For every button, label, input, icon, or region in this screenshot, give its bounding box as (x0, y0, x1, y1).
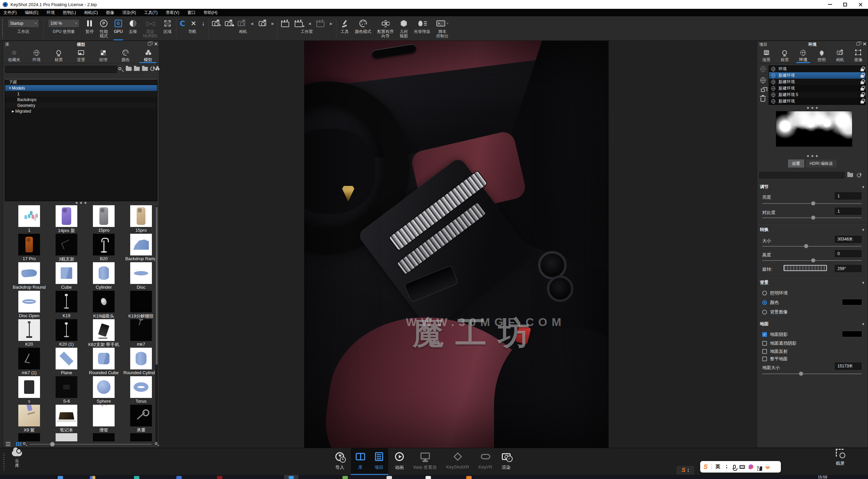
collapse-icon[interactable]: ▼ (862, 228, 865, 232)
tab-scene[interactable]: 场景 (757, 48, 775, 63)
menu-image[interactable]: 图像 (106, 10, 114, 16)
add-environment-icon[interactable] (760, 77, 766, 83)
menu-view[interactable]: 查看(V) (166, 10, 179, 16)
menu-edit[interactable]: 编辑(E) (25, 10, 38, 16)
tools-button[interactable]: 工具 (338, 16, 352, 40)
next-studio-icon[interactable]: ▶ (330, 22, 333, 25)
contrast-slider[interactable] (762, 215, 862, 220)
keyvr-button[interactable]: KeyVR (474, 448, 497, 475)
color-mode-button[interactable]: 颜色模式 (352, 16, 374, 40)
model-item[interactable]: Rounded Cylinder (122, 348, 155, 376)
size-value[interactable]: 30346米 (835, 236, 862, 243)
environment-list-item[interactable]: 新建环境 5 (769, 92, 865, 98)
tab-favorites[interactable]: ☆收藏夹 (3, 48, 25, 63)
unlock-icon[interactable] (861, 88, 864, 91)
menu-render[interactable]: 渲染(R) (122, 10, 136, 16)
model-item[interactable]: 15pro (122, 205, 155, 234)
library-scrollbar[interactable] (155, 206, 158, 441)
render-nurbs-button[interactable]: ▷◁ 渲染NURBS (140, 16, 160, 40)
environment-list-item[interactable]: 新建环境 (769, 79, 865, 85)
ground-shadow-color-swatch[interactable] (842, 331, 862, 337)
reload-icon[interactable] (856, 172, 862, 178)
list-view-icon[interactable] (6, 442, 11, 443)
hdri-preview[interactable] (776, 111, 852, 147)
environment-list-item[interactable]: 新建环境 (769, 85, 865, 92)
environment-icon[interactable] (760, 66, 766, 72)
ime-punctuation-icon[interactable]: ； (724, 463, 729, 470)
cloud-library-button[interactable]: 云库 (9, 450, 24, 468)
add-studio-icon[interactable]: + (295, 22, 303, 27)
script-console-button[interactable]: >_˅ 脚本控制台 (433, 16, 452, 40)
taskbar-app-icon[interactable] (217, 476, 222, 479)
model-item[interactable]: 承重 (122, 405, 155, 433)
performance-mode-button[interactable]: P 性能模式 (97, 16, 111, 40)
model-item[interactable]: mk7 (1) (11, 348, 48, 376)
tree-row-downloads[interactable]: 下载 (5, 79, 157, 85)
model-item[interactable]: Rounded Cube (85, 348, 122, 376)
brightness-slider[interactable] (762, 201, 862, 206)
export-folder-icon[interactable]: → (142, 67, 148, 71)
model-item[interactable]: K62支架 带手机 (85, 319, 122, 348)
render-image[interactable]: 魔工坊 WWW.30MGF.COM (304, 41, 609, 448)
height-slider[interactable] (762, 258, 862, 263)
zoom-out-icon[interactable] (23, 442, 25, 445)
model-item[interactable]: Backdrop Round (11, 262, 48, 291)
tree-row-geometry[interactable]: Geometry (5, 102, 157, 108)
keyshot-xr-button[interactable]: KeyShotXR (441, 448, 474, 475)
taskbar-app-icon[interactable] (342, 476, 348, 479)
maximize-button[interactable] (837, 0, 853, 9)
tree-row-backdrops[interactable]: Backdrops (5, 97, 157, 102)
taskbar-app-icon[interactable] (387, 476, 392, 479)
taskbar-app-icon[interactable] (466, 476, 472, 479)
radio-lighting-environment[interactable]: 照明环境 (762, 290, 788, 296)
import-folder-icon[interactable]: ← (134, 67, 140, 71)
environment-path-input[interactable] (759, 172, 845, 178)
model-item[interactable]: S-6 (48, 376, 85, 405)
render-button[interactable]: 渲染 (497, 448, 515, 475)
hdri-editor-button[interactable]: HDRI 编辑器 (805, 159, 837, 168)
model-item[interactable]: K19磁吸头 (85, 291, 122, 319)
dock-drag-handle[interactable] (3, 452, 5, 471)
configurator-wizard-button[interactable]: 配置程序向导 (374, 16, 397, 40)
screenshot-tool[interactable]: 截屏 (830, 449, 850, 466)
model-item[interactable]: Disc Open (11, 291, 48, 319)
taskbar-app-icon[interactable] (90, 476, 95, 479)
slider-thumb[interactable] (811, 201, 815, 206)
animation-button[interactable]: 动画 (390, 448, 409, 475)
collapse-icon[interactable]: ▼ (862, 185, 865, 189)
rotation-dial[interactable] (784, 265, 827, 271)
model-item[interactable] (85, 433, 122, 441)
minimize-button[interactable] (822, 0, 837, 9)
refresh-icon[interactable] (149, 65, 155, 72)
library-toggle-button[interactable]: 库 (351, 448, 370, 475)
environment-list-item[interactable]: 新建环境 (769, 98, 865, 104)
region-button[interactable]: 区域 (160, 16, 175, 40)
toolbar-drag-handle[interactable] (1, 18, 3, 38)
checkbox-ground-shadow[interactable]: ✓地面阴影 (762, 331, 788, 338)
add-camera-icon[interactable]: + (212, 21, 219, 26)
close-panel-icon[interactable] (154, 42, 158, 46)
taskbar-active-app[interactable] (284, 475, 298, 479)
tab-backplates[interactable]: 背景 (70, 48, 92, 63)
float-panel-icon[interactable] (148, 42, 151, 45)
scrollbar-thumb[interactable] (156, 207, 158, 365)
checkbox-ground-occlusion[interactable]: 地面遮挡阴影 (762, 340, 796, 346)
size-slider[interactable] (762, 244, 862, 248)
microphone-icon[interactable] (733, 465, 736, 469)
taskbar-app-icon[interactable] (176, 476, 182, 479)
tab-materials[interactable]: 材质 (47, 48, 70, 63)
unlock-icon[interactable] (861, 69, 864, 71)
rotation-value[interactable]: 259° (835, 265, 862, 272)
light-manager-button[interactable]: 光管理器 (411, 16, 433, 40)
contrast-value[interactable]: 1 (835, 208, 862, 215)
slider-thumb[interactable] (50, 442, 55, 446)
tree-row-migrated[interactable]: ▶Migrated (5, 108, 157, 114)
environment-list-item[interactable]: 环境 (769, 66, 865, 72)
tab-image[interactable]: 图像 (849, 48, 868, 63)
add-model-icon[interactable] (155, 68, 157, 70)
model-item[interactable]: K20 (1) (48, 319, 85, 348)
menu-window[interactable]: 窗口 (188, 10, 196, 16)
height-value[interactable]: 0 (835, 250, 862, 257)
slider-thumb[interactable] (804, 244, 808, 248)
collapse-icon[interactable]: ▼ (862, 281, 865, 285)
